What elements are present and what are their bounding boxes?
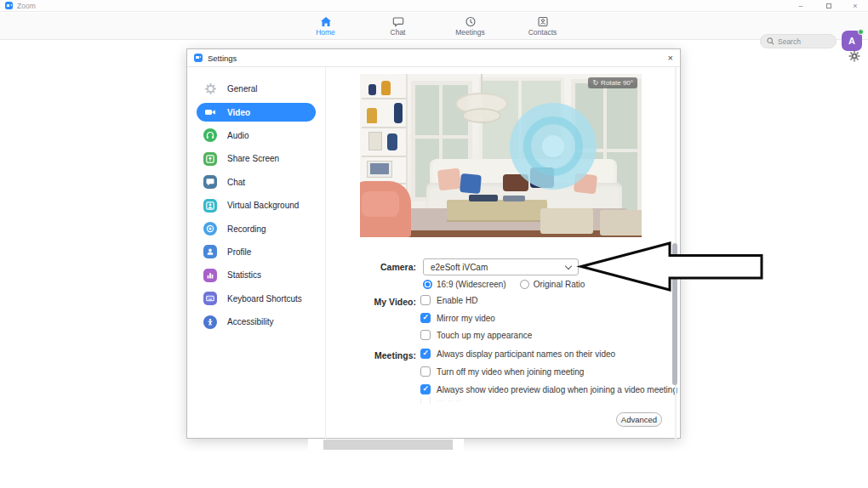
radio-16-9-widescreen[interactable]: 16:9 (Widescreen) — [423, 280, 506, 289]
maximize-icon — [826, 3, 831, 9]
sidebar-item-statistics[interactable]: Statistics — [197, 264, 316, 287]
checkbox-enable-hd[interactable]: Enable HD — [420, 295, 477, 305]
tab-home-label: Home — [316, 28, 335, 37]
radio-original-ratio[interactable]: Original Ratio — [520, 280, 585, 289]
checkbox-icon — [420, 366, 431, 377]
sidebar-item-label: Audio — [227, 131, 249, 140]
camera-label: Camera: — [348, 262, 416, 272]
sidebar-item-keyboard-shortcuts[interactable]: Keyboard Shortcuts — [197, 287, 316, 310]
tab-chat[interactable]: Chat — [362, 13, 434, 40]
chevron-down-icon — [565, 262, 572, 269]
keyboard-icon — [203, 292, 217, 305]
pillow-blue — [460, 173, 482, 194]
scrollbar-thumb[interactable] — [672, 243, 677, 385]
checkbox-icon — [420, 349, 431, 359]
checkbox-turn-off-video-when-joining[interactable]: Turn off my video when joining meeting — [420, 366, 584, 377]
bar-chart-icon — [203, 269, 217, 282]
sidebar-item-label: Accessibility — [227, 317, 273, 326]
rotate-icon: ↻ — [592, 79, 598, 87]
sidebar-item-label: Keyboard Shortcuts — [227, 294, 302, 304]
checkbox-show-video-preview-dialog[interactable]: Always show video preview dialog when jo… — [420, 384, 677, 394]
virtual-background-icon — [203, 199, 217, 213]
sidebar-item-video[interactable]: Video — [197, 103, 316, 122]
page-settings-gear-button[interactable] — [848, 50, 860, 62]
tab-contacts[interactable]: Contacts — [506, 13, 579, 40]
record-icon — [203, 222, 217, 235]
sidebar-item-chat[interactable]: Chat — [197, 171, 316, 194]
my-video-label: My Video: — [348, 297, 416, 307]
headphones-icon — [203, 128, 217, 142]
contacts-icon — [537, 16, 549, 27]
nav-tabs: Home Chat Meetings Contacts — [289, 13, 579, 40]
video-preview: ↻ Rotate 90° — [360, 74, 642, 237]
search-input[interactable]: Search — [760, 34, 837, 48]
accessibility-icon — [203, 315, 217, 329]
radio-icon — [520, 280, 529, 289]
tab-chat-label: Chat — [391, 28, 406, 37]
meetings-label: Meetings: — [348, 350, 416, 360]
ottoman-2 — [600, 210, 642, 235]
maximize-button[interactable] — [818, 0, 840, 12]
online-status-dot — [858, 29, 864, 35]
gear-icon — [203, 82, 217, 96]
checkbox-icon — [420, 295, 431, 305]
search-icon — [767, 37, 774, 45]
checkbox-touch-up-appearance[interactable]: Touch up my appearance — [420, 330, 532, 340]
settings-sidebar: General Video Audio Share Screen Chat Vi… — [187, 67, 326, 440]
camera-selected-value: e2eSoft iVCam — [431, 263, 566, 272]
tab-contacts-label: Contacts — [528, 28, 557, 37]
gear-icon — [848, 50, 860, 62]
person-icon — [203, 245, 217, 258]
dialog-close-button[interactable]: × — [668, 52, 673, 64]
background-gray-bar — [323, 440, 453, 450]
zoom-logo-icon — [194, 54, 203, 62]
zoom-logo-icon — [5, 2, 13, 9]
sidebar-item-virtual-background[interactable]: Virtual Background — [197, 194, 316, 217]
video-camera-icon — [203, 105, 217, 119]
window-title: Zoom — [17, 2, 36, 10]
sidebar-item-label: Virtual Background — [227, 201, 299, 210]
sidebar-item-accessibility[interactable]: Accessibility — [197, 310, 316, 333]
checkbox-display-participant-names[interactable]: Always display participant names on thei… — [420, 349, 615, 359]
sidebar-item-recording[interactable]: Recording — [197, 217, 316, 240]
close-window-button[interactable]: × — [844, 0, 866, 12]
chat-bubble-icon — [203, 175, 217, 189]
advanced-button[interactable]: Advanced — [616, 412, 662, 427]
settings-dialog: Settings × General Video Audio Share Scr… — [186, 48, 681, 439]
tab-meetings-label: Meetings — [455, 28, 485, 37]
sidebar-item-share-screen[interactable]: Share Screen — [197, 147, 316, 170]
zoom-app-window: Zoom – × Home Chat Meetings Contacts — [0, 0, 868, 488]
sidebar-item-general[interactable]: General — [197, 77, 316, 100]
share-screen-icon — [203, 152, 217, 166]
coffee-table — [447, 200, 547, 220]
sidebar-item-audio[interactable]: Audio — [197, 124, 316, 147]
checkbox-mirror-my-video[interactable]: Mirror my video — [420, 313, 495, 323]
dialog-header: Settings × — [187, 49, 680, 67]
home-icon — [320, 16, 332, 27]
pillow-pink — [437, 168, 461, 191]
avatar[interactable]: A — [842, 31, 862, 51]
sidebar-item-label: Chat — [227, 178, 245, 187]
sidebar-item-label: Video — [227, 108, 250, 117]
search-placeholder: Search — [778, 37, 801, 46]
dialog-title: Settings — [208, 54, 237, 63]
sidebar-item-label: General — [227, 84, 258, 94]
ottoman-1 — [540, 208, 593, 234]
tab-meetings[interactable]: Meetings — [434, 13, 506, 40]
radio-icon — [423, 280, 432, 289]
minimize-button[interactable]: – — [790, 0, 812, 12]
rotate-90-button[interactable]: ↻ Rotate 90° — [588, 77, 637, 88]
sidebar-item-label: Profile — [227, 247, 251, 257]
sidebar-item-label: Statistics — [227, 270, 261, 280]
avatar-initial: A — [848, 36, 855, 46]
meetings-icon — [465, 16, 477, 27]
camera-select[interactable]: e2eSoft iVCam — [423, 258, 579, 275]
checkbox-icon — [420, 384, 431, 394]
tab-home[interactable]: Home — [289, 13, 362, 40]
chat-icon — [392, 16, 404, 27]
sidebar-item-profile[interactable]: Profile — [197, 241, 316, 264]
sidebar-item-label: Recording — [227, 224, 266, 234]
sidebar-item-label: Share Screen — [227, 154, 279, 163]
titlebar: Zoom – × — [0, 0, 868, 12]
checkbox-icon — [420, 397, 431, 404]
